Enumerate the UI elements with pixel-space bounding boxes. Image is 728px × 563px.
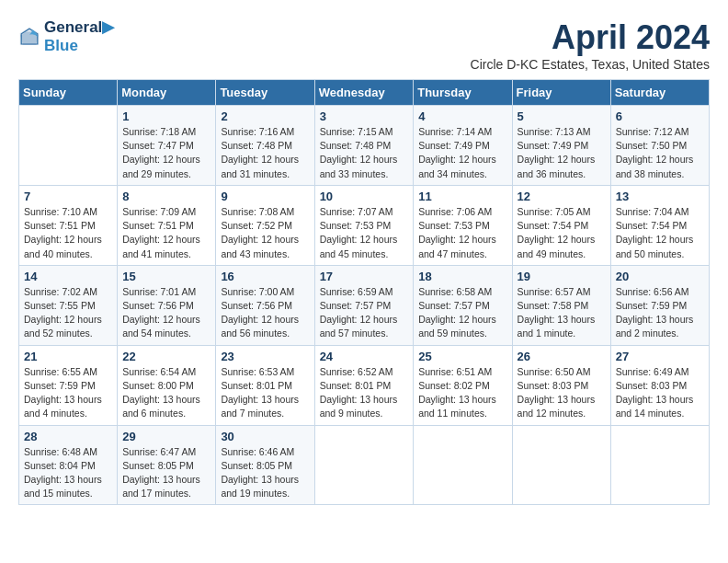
calendar-cell: 10Sunrise: 7:07 AM Sunset: 7:53 PM Dayli… xyxy=(314,185,414,265)
day-number: 2 xyxy=(221,109,309,123)
weekday-header: Wednesday xyxy=(314,80,414,106)
calendar-cell: 30Sunrise: 6:46 AM Sunset: 8:05 PM Dayli… xyxy=(216,425,314,505)
day-info: Sunrise: 7:06 AM Sunset: 7:53 PM Dayligh… xyxy=(418,205,506,261)
calendar-cell: 5Sunrise: 7:13 AM Sunset: 7:49 PM Daylig… xyxy=(512,106,610,186)
day-number: 14 xyxy=(24,270,112,283)
subtitle: Circle D-KC Estates, Texas, United State… xyxy=(471,57,710,72)
calendar-cell: 24Sunrise: 6:52 AM Sunset: 8:01 PM Dayli… xyxy=(314,345,414,425)
logo-icon xyxy=(18,26,40,48)
title-block: April 2024 Circle D-KC Estates, Texas, U… xyxy=(471,18,710,72)
weekday-header-row: SundayMondayTuesdayWednesdayThursdayFrid… xyxy=(19,80,710,106)
day-info: Sunrise: 7:10 AM Sunset: 7:51 PM Dayligh… xyxy=(24,205,112,261)
calendar-cell xyxy=(314,425,414,505)
day-number: 7 xyxy=(24,190,112,203)
day-info: Sunrise: 6:53 AM Sunset: 8:01 PM Dayligh… xyxy=(221,365,309,421)
calendar-table: SundayMondayTuesdayWednesdayThursdayFrid… xyxy=(18,79,710,505)
day-info: Sunrise: 6:46 AM Sunset: 8:05 PM Dayligh… xyxy=(221,445,309,501)
calendar-cell: 28Sunrise: 6:48 AM Sunset: 8:04 PM Dayli… xyxy=(19,425,118,505)
calendar-cell: 4Sunrise: 7:14 AM Sunset: 7:49 PM Daylig… xyxy=(414,106,512,186)
day-info: Sunrise: 6:54 AM Sunset: 8:00 PM Dayligh… xyxy=(122,365,210,421)
weekday-header: Sunday xyxy=(19,80,118,106)
day-number: 1 xyxy=(122,109,210,123)
weekday-header: Friday xyxy=(512,80,610,106)
day-info: Sunrise: 7:09 AM Sunset: 7:51 PM Dayligh… xyxy=(122,205,210,261)
day-number: 21 xyxy=(24,350,112,363)
day-number: 4 xyxy=(418,109,506,123)
day-info: Sunrise: 7:14 AM Sunset: 7:49 PM Dayligh… xyxy=(418,125,506,181)
month-title: April 2024 xyxy=(471,18,710,57)
calendar-week-row: 7Sunrise: 7:10 AM Sunset: 7:51 PM Daylig… xyxy=(19,185,710,265)
calendar-week-row: 1Sunrise: 7:18 AM Sunset: 7:47 PM Daylig… xyxy=(19,106,710,186)
calendar-cell: 23Sunrise: 6:53 AM Sunset: 8:01 PM Dayli… xyxy=(216,345,314,425)
calendar-cell: 7Sunrise: 7:10 AM Sunset: 7:51 PM Daylig… xyxy=(19,185,118,265)
calendar-cell: 8Sunrise: 7:09 AM Sunset: 7:51 PM Daylig… xyxy=(118,185,216,265)
day-number: 12 xyxy=(518,190,606,203)
day-info: Sunrise: 7:15 AM Sunset: 7:48 PM Dayligh… xyxy=(320,125,409,181)
calendar-cell: 22Sunrise: 6:54 AM Sunset: 8:00 PM Dayli… xyxy=(118,345,216,425)
day-info: Sunrise: 6:57 AM Sunset: 7:58 PM Dayligh… xyxy=(518,285,606,341)
calendar-cell: 19Sunrise: 6:57 AM Sunset: 7:58 PM Dayli… xyxy=(512,265,610,345)
weekday-header: Monday xyxy=(118,80,216,106)
calendar-cell: 14Sunrise: 7:02 AM Sunset: 7:55 PM Dayli… xyxy=(19,265,118,345)
calendar-cell: 1Sunrise: 7:18 AM Sunset: 7:47 PM Daylig… xyxy=(118,106,216,186)
calendar-cell: 21Sunrise: 6:55 AM Sunset: 7:59 PM Dayli… xyxy=(19,345,118,425)
calendar-cell: 25Sunrise: 6:51 AM Sunset: 8:02 PM Dayli… xyxy=(414,345,512,425)
day-number: 15 xyxy=(122,270,210,283)
calendar-cell: 2Sunrise: 7:16 AM Sunset: 7:48 PM Daylig… xyxy=(216,106,314,186)
calendar-week-row: 28Sunrise: 6:48 AM Sunset: 8:04 PM Dayli… xyxy=(19,425,710,505)
calendar-cell: 20Sunrise: 6:56 AM Sunset: 7:59 PM Dayli… xyxy=(610,265,709,345)
day-number: 6 xyxy=(616,109,704,123)
day-number: 20 xyxy=(616,270,704,283)
calendar-cell: 13Sunrise: 7:04 AM Sunset: 7:54 PM Dayli… xyxy=(610,185,709,265)
day-info: Sunrise: 7:00 AM Sunset: 7:56 PM Dayligh… xyxy=(221,285,309,341)
day-number: 29 xyxy=(122,430,210,443)
calendar-cell: 18Sunrise: 6:58 AM Sunset: 7:57 PM Dayli… xyxy=(414,265,512,345)
day-info: Sunrise: 6:48 AM Sunset: 8:04 PM Dayligh… xyxy=(24,445,112,501)
day-info: Sunrise: 7:16 AM Sunset: 7:48 PM Dayligh… xyxy=(221,125,309,181)
day-info: Sunrise: 6:47 AM Sunset: 8:05 PM Dayligh… xyxy=(122,445,210,501)
day-number: 3 xyxy=(320,109,409,123)
calendar-week-row: 21Sunrise: 6:55 AM Sunset: 7:59 PM Dayli… xyxy=(19,345,710,425)
calendar-cell: 27Sunrise: 6:49 AM Sunset: 8:03 PM Dayli… xyxy=(610,345,709,425)
day-info: Sunrise: 6:49 AM Sunset: 8:03 PM Dayligh… xyxy=(616,365,704,421)
day-info: Sunrise: 7:02 AM Sunset: 7:55 PM Dayligh… xyxy=(24,285,112,341)
day-info: Sunrise: 6:50 AM Sunset: 8:03 PM Dayligh… xyxy=(518,365,606,421)
day-number: 25 xyxy=(418,350,506,363)
calendar-cell: 16Sunrise: 7:00 AM Sunset: 7:56 PM Dayli… xyxy=(216,265,314,345)
day-number: 22 xyxy=(122,350,210,363)
calendar-cell xyxy=(512,425,610,505)
page-header: General▶ Blue April 2024 Circle D-KC Est… xyxy=(18,18,710,72)
day-info: Sunrise: 7:01 AM Sunset: 7:56 PM Dayligh… xyxy=(122,285,210,341)
day-number: 19 xyxy=(518,270,606,283)
calendar-cell: 3Sunrise: 7:15 AM Sunset: 7:48 PM Daylig… xyxy=(314,106,414,186)
calendar-cell xyxy=(19,106,118,186)
day-number: 30 xyxy=(221,430,309,443)
day-info: Sunrise: 6:55 AM Sunset: 7:59 PM Dayligh… xyxy=(24,365,112,421)
day-number: 10 xyxy=(320,190,409,203)
calendar-cell: 6Sunrise: 7:12 AM Sunset: 7:50 PM Daylig… xyxy=(610,106,709,186)
day-number: 17 xyxy=(320,270,409,283)
day-info: Sunrise: 7:08 AM Sunset: 7:52 PM Dayligh… xyxy=(221,205,309,261)
logo-text: General▶ Blue xyxy=(44,18,114,54)
day-info: Sunrise: 7:18 AM Sunset: 7:47 PM Dayligh… xyxy=(122,125,210,181)
day-info: Sunrise: 7:04 AM Sunset: 7:54 PM Dayligh… xyxy=(616,205,704,261)
calendar-week-row: 14Sunrise: 7:02 AM Sunset: 7:55 PM Dayli… xyxy=(19,265,710,345)
day-info: Sunrise: 7:12 AM Sunset: 7:50 PM Dayligh… xyxy=(616,125,704,181)
day-number: 5 xyxy=(518,109,606,123)
day-number: 24 xyxy=(320,350,409,363)
day-number: 8 xyxy=(122,190,210,203)
calendar-cell: 11Sunrise: 7:06 AM Sunset: 7:53 PM Dayli… xyxy=(414,185,512,265)
day-number: 26 xyxy=(518,350,606,363)
day-number: 28 xyxy=(24,430,112,443)
calendar-cell xyxy=(414,425,512,505)
weekday-header: Thursday xyxy=(414,80,512,106)
day-info: Sunrise: 6:51 AM Sunset: 8:02 PM Dayligh… xyxy=(418,365,506,421)
calendar-cell: 26Sunrise: 6:50 AM Sunset: 8:03 PM Dayli… xyxy=(512,345,610,425)
day-info: Sunrise: 6:58 AM Sunset: 7:57 PM Dayligh… xyxy=(418,285,506,341)
day-number: 11 xyxy=(418,190,506,203)
calendar-cell: 29Sunrise: 6:47 AM Sunset: 8:05 PM Dayli… xyxy=(118,425,216,505)
day-info: Sunrise: 6:56 AM Sunset: 7:59 PM Dayligh… xyxy=(616,285,704,341)
calendar-cell: 17Sunrise: 6:59 AM Sunset: 7:57 PM Dayli… xyxy=(314,265,414,345)
weekday-header: Saturday xyxy=(610,80,709,106)
day-number: 18 xyxy=(418,270,506,283)
